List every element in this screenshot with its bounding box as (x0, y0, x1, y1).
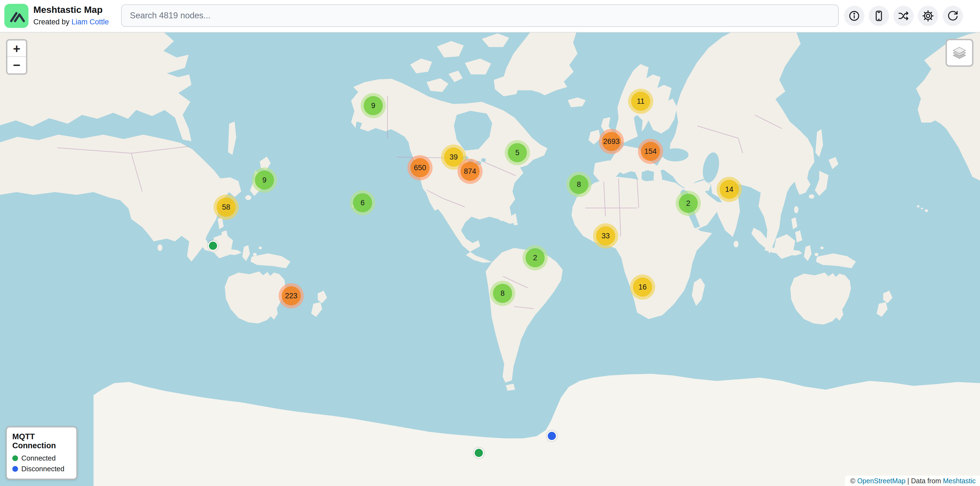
layers-button[interactable] (945, 39, 974, 67)
shuffle-button[interactable] (893, 6, 913, 26)
cluster-marker[interactable]: 5 (505, 140, 530, 165)
cluster-marker[interactable]: 6 (350, 190, 375, 215)
cluster-marker[interactable]: 9 (361, 93, 386, 118)
copyright-text: © (850, 477, 857, 485)
cluster-marker[interactable]: 154 (638, 139, 663, 164)
settings-button[interactable] (918, 6, 938, 26)
cluster-marker[interactable]: 33 (593, 223, 618, 249)
cluster-marker[interactable]: 8 (490, 281, 515, 306)
meshtastic-link[interactable]: Meshtastic (943, 477, 975, 485)
legend-label: Disconnected (21, 465, 65, 473)
zoom-out-button[interactable]: − (7, 57, 26, 73)
cluster-marker[interactable]: 223 (278, 283, 304, 308)
info-button[interactable] (844, 6, 864, 26)
byline-prefix: Created by (33, 18, 72, 26)
author-link[interactable]: Liam Cottle (72, 18, 109, 26)
cluster-marker[interactable]: 58 (213, 194, 239, 220)
cluster-marker[interactable]: 14 (717, 177, 742, 202)
node-marker[interactable] (474, 448, 484, 458)
cluster-marker[interactable]: 8 (566, 172, 592, 197)
map-canvas[interactable]: 911269315439650874581429586332168223 + −… (0, 32, 980, 486)
cluster-marker[interactable]: 9 (252, 167, 277, 193)
byline: Created by Liam Cottle (33, 16, 109, 27)
search-input[interactable] (121, 5, 838, 27)
cluster-marker[interactable]: 2 (676, 191, 701, 216)
refresh-button[interactable] (943, 6, 963, 26)
zoom-in-button[interactable]: + (7, 40, 26, 57)
legend-label: Connected (21, 454, 56, 462)
info-icon (848, 10, 861, 22)
connected-dot-icon (12, 455, 18, 461)
mqtt-legend-panel: MQTT Connection Connected Disconnected (6, 426, 77, 480)
header-bar: Meshtastic Map Created by Liam Cottle (0, 0, 980, 33)
attribution-separator: | Data from (905, 477, 943, 485)
zoom-control: + − (6, 39, 27, 75)
cluster-marker[interactable]: 2693 (599, 129, 624, 154)
attribution-bar: © OpenStreetMap | Data from Meshtastic (845, 476, 980, 486)
legend-row-connected: Connected (12, 454, 71, 462)
legend-title: MQTT Connection (12, 432, 71, 450)
node-marker[interactable] (547, 431, 557, 441)
osm-link[interactable]: OpenStreetMap (857, 477, 905, 485)
meshtastic-logo-icon (5, 4, 29, 28)
cluster-marker[interactable]: 16 (630, 274, 655, 300)
shuffle-icon (897, 10, 910, 22)
refresh-icon (947, 10, 959, 22)
disconnected-dot-icon (12, 466, 18, 472)
cluster-marker[interactable]: 650 (407, 155, 433, 180)
device-button[interactable] (869, 6, 889, 26)
gear-icon (922, 10, 934, 22)
world-map (0, 0, 980, 486)
cluster-marker[interactable]: 874 (457, 159, 483, 184)
smartphone-icon (873, 10, 885, 22)
layers-icon (950, 44, 969, 62)
cluster-marker[interactable]: 11 (628, 89, 653, 114)
meshtastic-map-app: 911269315439650874581429586332168223 + −… (0, 0, 980, 486)
legend-row-disconnected: Disconnected (12, 465, 71, 473)
node-marker[interactable] (208, 241, 218, 251)
cluster-marker[interactable]: 2 (523, 245, 548, 270)
title-block: Meshtastic Map Created by Liam Cottle (33, 3, 109, 27)
page-title: Meshtastic Map (33, 3, 109, 16)
